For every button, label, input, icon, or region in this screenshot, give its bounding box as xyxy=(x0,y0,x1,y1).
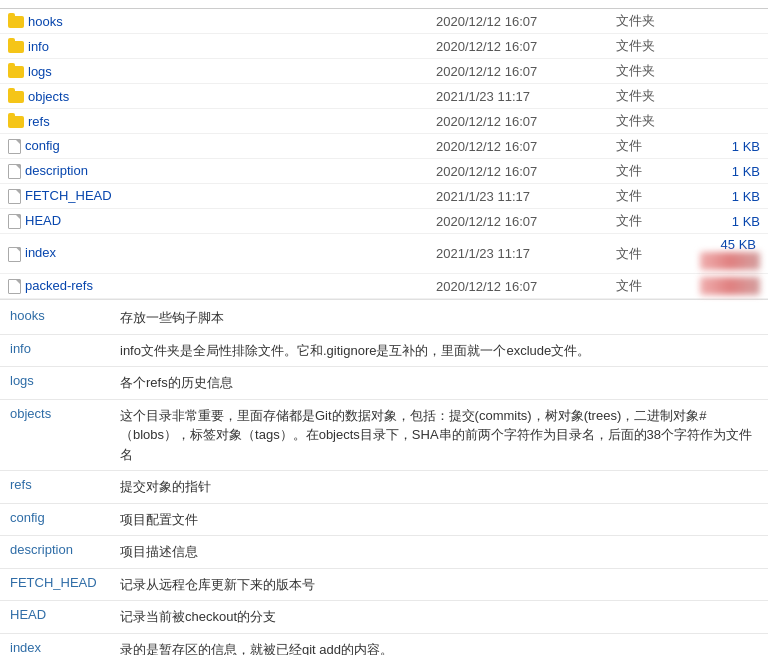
desc-row: description项目描述信息 xyxy=(0,536,768,569)
desc-row: refs提交对象的指针 xyxy=(0,471,768,504)
file-size xyxy=(688,34,768,59)
file-name-cell: logs xyxy=(0,59,428,84)
file-name-link[interactable]: HEAD xyxy=(25,213,61,228)
desc-key: description xyxy=(0,536,110,569)
desc-row: hooks存放一些钩子脚本 xyxy=(0,302,768,334)
table-row: refs2020/12/12 16:07文件夹 xyxy=(0,109,768,134)
file-type: 文件夹 xyxy=(608,84,688,109)
file-date: 2021/1/23 11:17 xyxy=(428,84,608,109)
col-header-date xyxy=(428,0,608,9)
file-size: 1 KB xyxy=(688,134,768,159)
file-name-link[interactable]: description xyxy=(25,163,88,178)
file-size xyxy=(688,274,768,299)
file-name-link[interactable]: FETCH_HEAD xyxy=(25,188,112,203)
file-name-cell: FETCH_HEAD xyxy=(0,184,428,209)
file-type: 文件 xyxy=(608,234,688,274)
desc-key: logs xyxy=(0,367,110,400)
file-icon xyxy=(8,139,21,154)
table-row: FETCH_HEAD2021/1/23 11:17文件1 KB xyxy=(0,184,768,209)
file-date: 2020/12/12 16:07 xyxy=(428,134,608,159)
desc-key: refs xyxy=(0,471,110,504)
file-icon xyxy=(8,247,21,262)
desc-value: 录的是暂存区的信息，就被已经git add的内容。 xyxy=(110,633,768,655)
file-type: 文件夹 xyxy=(608,9,688,34)
desc-key: objects xyxy=(0,399,110,471)
col-header-type xyxy=(608,0,688,9)
table-row: hooks2020/12/12 16:07文件夹 xyxy=(0,9,768,34)
table-row: config2020/12/12 16:07文件1 KB xyxy=(0,134,768,159)
desc-value: 提交对象的指针 xyxy=(110,471,768,504)
table-row: info2020/12/12 16:07文件夹 xyxy=(0,34,768,59)
table-row: packed-refs2020/12/12 16:07文件 xyxy=(0,274,768,299)
folder-icon xyxy=(8,116,24,128)
desc-row: config项目配置文件 xyxy=(0,503,768,536)
file-type: 文件 xyxy=(608,134,688,159)
table-row: logs2020/12/12 16:07文件夹 xyxy=(0,59,768,84)
desc-row: HEAD记录当前被checkout的分支 xyxy=(0,601,768,634)
table-row: HEAD2020/12/12 16:07文件1 KB xyxy=(0,209,768,234)
table-header-row xyxy=(0,0,768,9)
folder-icon xyxy=(8,91,24,103)
file-name-cell: HEAD xyxy=(0,209,428,234)
desc-key: HEAD xyxy=(0,601,110,634)
file-type: 文件 xyxy=(608,159,688,184)
desc-value: 这个目录非常重要，里面存储都是Git的数据对象，包括：提交(commits)，树… xyxy=(110,399,768,471)
file-type: 文件夹 xyxy=(608,109,688,134)
file-name-link[interactable]: index xyxy=(25,245,56,260)
file-date: 2020/12/12 16:07 xyxy=(428,159,608,184)
folder-icon xyxy=(8,41,24,53)
file-size: 1 KB xyxy=(688,159,768,184)
file-name-link[interactable]: info xyxy=(28,39,49,54)
desc-value: 存放一些钩子脚本 xyxy=(110,302,768,334)
desc-row: infoinfo文件夹是全局性排除文件。它和.gitignore是互补的，里面就… xyxy=(0,334,768,367)
file-size xyxy=(688,59,768,84)
file-size: 1 KB xyxy=(688,184,768,209)
file-name-link[interactable]: logs xyxy=(28,64,52,79)
file-type: 文件夹 xyxy=(608,59,688,84)
file-size: 1 KB xyxy=(688,209,768,234)
desc-table: hooks存放一些钩子脚本infoinfo文件夹是全局性排除文件。它和.giti… xyxy=(0,302,768,655)
file-date: 2021/1/23 11:17 xyxy=(428,234,608,274)
file-name-cell: config xyxy=(0,134,428,159)
folder-icon xyxy=(8,16,24,28)
file-name-cell: index xyxy=(0,234,428,274)
file-icon xyxy=(8,279,21,294)
file-date: 2020/12/12 16:07 xyxy=(428,109,608,134)
desc-key: hooks xyxy=(0,302,110,334)
desc-key: config xyxy=(0,503,110,536)
file-date: 2021/1/23 11:17 xyxy=(428,184,608,209)
desc-value: 记录从远程仓库更新下来的版本号 xyxy=(110,568,768,601)
file-name-cell: description xyxy=(0,159,428,184)
file-size: 45 KB xyxy=(688,234,768,274)
file-icon xyxy=(8,164,21,179)
desc-row: objects这个目录非常重要，里面存储都是Git的数据对象，包括：提交(com… xyxy=(0,399,768,471)
file-name-cell: hooks xyxy=(0,9,428,34)
description-section: hooks存放一些钩子脚本infoinfo文件夹是全局性排除文件。它和.giti… xyxy=(0,302,768,655)
file-name-cell: objects xyxy=(0,84,428,109)
file-name-cell: refs xyxy=(0,109,428,134)
file-table: hooks2020/12/12 16:07文件夹info2020/12/12 1… xyxy=(0,0,768,299)
file-explorer: hooks2020/12/12 16:07文件夹info2020/12/12 1… xyxy=(0,0,768,300)
file-name-link[interactable]: hooks xyxy=(28,14,63,29)
blurred-size xyxy=(700,252,760,270)
file-date: 2020/12/12 16:07 xyxy=(428,59,608,84)
desc-value: 项目描述信息 xyxy=(110,536,768,569)
desc-value: 各个refs的历史信息 xyxy=(110,367,768,400)
file-name-link[interactable]: refs xyxy=(28,114,50,129)
desc-value: info文件夹是全局性排除文件。它和.gitignore是互补的，里面就一个ex… xyxy=(110,334,768,367)
file-name-cell: packed-refs xyxy=(0,274,428,299)
table-row: index2021/1/23 11:17文件45 KB xyxy=(0,234,768,274)
file-type: 文件 xyxy=(608,209,688,234)
file-size xyxy=(688,84,768,109)
file-date: 2020/12/12 16:07 xyxy=(428,34,608,59)
file-name-link[interactable]: packed-refs xyxy=(25,278,93,293)
desc-key: info xyxy=(0,334,110,367)
file-name-link[interactable]: objects xyxy=(28,89,69,104)
desc-row: index录的是暂存区的信息，就被已经git add的内容。 xyxy=(0,633,768,655)
col-header-name xyxy=(0,0,428,9)
file-name-link[interactable]: config xyxy=(25,138,60,153)
file-type: 文件 xyxy=(608,184,688,209)
file-name-cell: info xyxy=(0,34,428,59)
desc-value: 记录当前被checkout的分支 xyxy=(110,601,768,634)
file-size xyxy=(688,9,768,34)
